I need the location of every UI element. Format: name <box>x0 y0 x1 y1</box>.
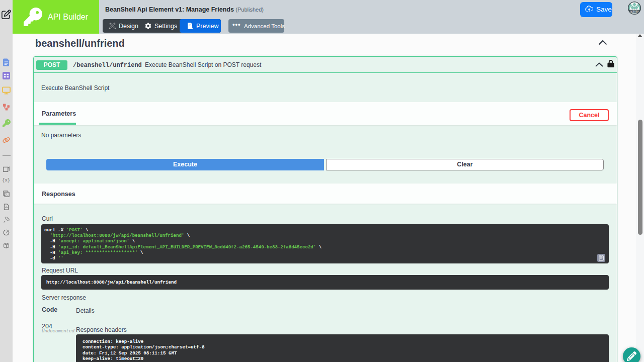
svg-text:admin: admin <box>630 10 639 13</box>
